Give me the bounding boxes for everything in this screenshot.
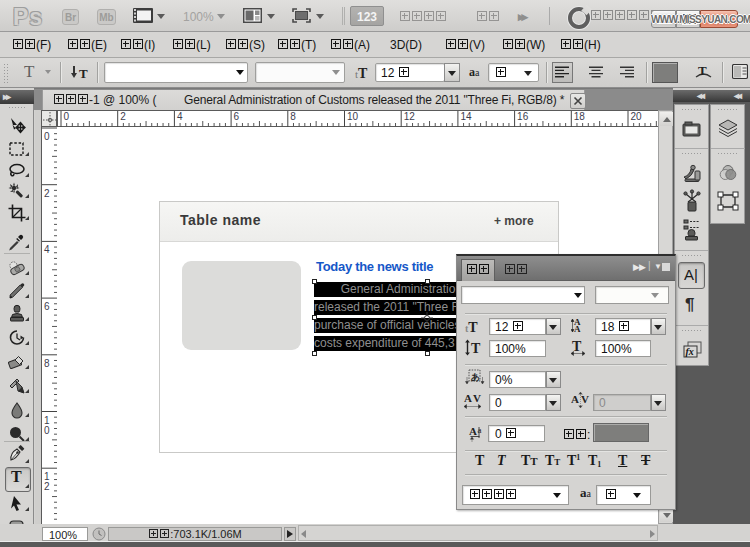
svg-text:8: 8 xyxy=(290,111,296,122)
svg-text:A: A xyxy=(469,425,477,437)
svg-text:16: 16 xyxy=(517,111,529,122)
svg-text:18: 18 xyxy=(574,111,586,122)
svg-text:T: T xyxy=(79,66,88,81)
svg-text:T: T xyxy=(698,63,707,78)
svg-text:10: 10 xyxy=(347,111,359,122)
svg-text:12: 12 xyxy=(404,111,416,122)
svg-text:4: 4 xyxy=(177,111,183,122)
svg-text:4: 4 xyxy=(44,244,50,255)
svg-text:2: 2 xyxy=(44,481,50,492)
svg-text:V: V xyxy=(581,393,589,405)
svg-text:T: T xyxy=(471,341,481,356)
svg-text:6: 6 xyxy=(44,301,50,312)
svg-text:fx: fx xyxy=(686,346,694,357)
svg-text:0: 0 xyxy=(64,111,70,122)
svg-text:A: A xyxy=(571,393,579,405)
svg-text:A: A xyxy=(574,324,581,334)
svg-text:6: 6 xyxy=(234,111,240,122)
svg-text:V: V xyxy=(473,392,481,404)
svg-text:0: 0 xyxy=(44,131,50,142)
svg-text:8: 8 xyxy=(44,358,50,369)
svg-text:a: a xyxy=(478,425,482,435)
svg-text:A: A xyxy=(464,392,472,404)
svg-text:0: 0 xyxy=(44,425,50,436)
svg-text:2: 2 xyxy=(120,111,126,122)
svg-text:20: 20 xyxy=(631,111,643,122)
svg-text:14: 14 xyxy=(460,111,472,122)
svg-text:2: 2 xyxy=(44,188,50,199)
svg-text:あ: あ xyxy=(471,372,480,382)
